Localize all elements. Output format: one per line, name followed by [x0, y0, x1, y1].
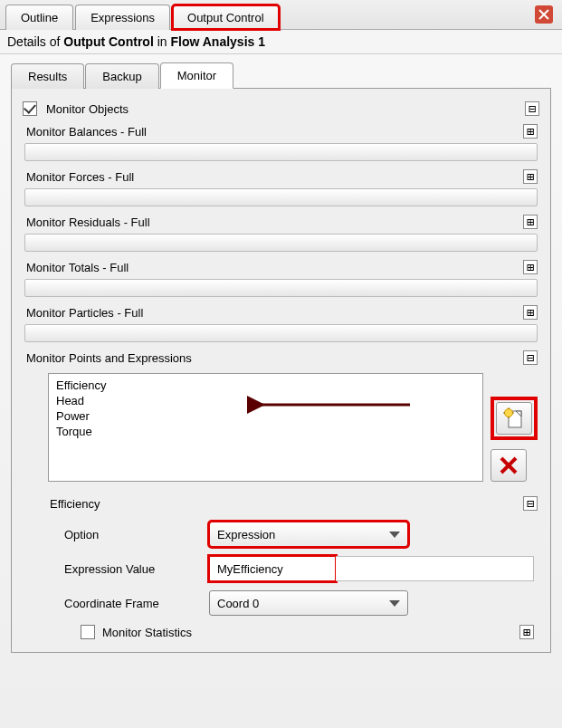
expand-icon[interactable]: ⊞: [519, 625, 534, 639]
monitor-objects-checkbox[interactable]: [23, 101, 37, 116]
close-button[interactable]: [535, 5, 553, 24]
svg-point-3: [505, 409, 513, 417]
top-tab-bar: Outline Expressions Output Control: [0, 0, 562, 30]
tab-results[interactable]: Results: [11, 63, 84, 89]
coord-frame-value: Coord 0: [217, 597, 259, 610]
expression-value-label: Expression Value: [64, 562, 209, 576]
group-balances-bar[interactable]: [24, 143, 538, 161]
new-item-button[interactable]: [496, 402, 532, 435]
group-points-label: Monitor Points and Expressions: [24, 351, 523, 365]
group-particles-bar[interactable]: [24, 324, 538, 342]
group-residuals-label: Monitor Residuals - Full: [24, 216, 523, 229]
list-item[interactable]: Power: [54, 408, 477, 424]
option-select[interactable]: Expression: [209, 522, 408, 547]
expression-value-text: MyEfficiency: [217, 562, 283, 576]
list-item[interactable]: Efficiency: [54, 378, 477, 393]
tab-expressions[interactable]: Expressions: [75, 5, 170, 30]
group-balances-label: Monitor Balances - Full: [24, 125, 523, 139]
details-mid: in: [154, 34, 171, 49]
list-item[interactable]: Torque: [54, 424, 477, 439]
tab-output-control[interactable]: Output Control: [172, 5, 280, 30]
list-item[interactable]: Head: [54, 393, 477, 408]
monitor-points-listbox[interactable]: Efficiency Head Power Torque: [48, 373, 483, 482]
details-title: Details of Output Control in Flow Analys…: [0, 30, 562, 54]
new-document-icon: [503, 407, 525, 429]
details-subject: Output Control: [63, 34, 154, 49]
monitor-statistics-checkbox[interactable]: [81, 625, 95, 639]
collapse-icon[interactable]: ⊟: [523, 496, 538, 511]
group-totals-label: Monitor Totals - Full: [24, 261, 523, 274]
delete-item-button[interactable]: [491, 449, 527, 482]
tab-monitor[interactable]: Monitor: [160, 62, 233, 89]
tab-outline[interactable]: Outline: [5, 5, 73, 30]
expand-icon[interactable]: ⊞: [523, 215, 538, 229]
monitor-objects-label: Monitor Objects: [44, 102, 525, 116]
coord-frame-label: Coordinate Frame: [64, 597, 209, 610]
details-context: Flow Analysis 1: [170, 34, 265, 49]
details-prefix: Details of: [7, 34, 63, 49]
chevron-down-icon: [389, 532, 400, 538]
coord-frame-select[interactable]: Coord 0: [209, 590, 408, 616]
expression-value-extend[interactable]: [336, 556, 534, 581]
chevron-down-icon: [389, 600, 400, 607]
collapse-icon[interactable]: ⊟: [525, 101, 539, 116]
tab-backup[interactable]: Backup: [85, 63, 158, 89]
option-label: Option: [64, 528, 209, 541]
monitor-panel: Monitor Objects ⊟ Monitor Balances - Ful…: [11, 89, 551, 653]
new-highlight: [491, 397, 538, 440]
option-value: Expression: [217, 528, 275, 541]
expand-icon[interactable]: ⊞: [523, 305, 538, 320]
group-residuals-bar[interactable]: [24, 234, 538, 252]
group-particles-label: Monitor Particles - Full: [24, 306, 523, 320]
group-forces-bar[interactable]: [24, 188, 538, 206]
expand-icon[interactable]: ⊞: [523, 169, 538, 184]
expand-icon[interactable]: ⊞: [523, 260, 538, 274]
delete-x-icon: [499, 455, 519, 475]
sub-tab-bar: Results Backup Monitor: [11, 62, 551, 89]
group-forces-label: Monitor Forces - Full: [24, 170, 523, 184]
collapse-icon[interactable]: ⊟: [523, 350, 538, 365]
group-totals-bar[interactable]: [24, 279, 538, 297]
monitor-statistics-label: Monitor Statistics: [102, 626, 192, 639]
efficiency-title: Efficiency: [48, 497, 523, 511]
expression-value-input[interactable]: MyEfficiency: [209, 556, 336, 581]
expand-icon[interactable]: ⊞: [523, 124, 538, 139]
